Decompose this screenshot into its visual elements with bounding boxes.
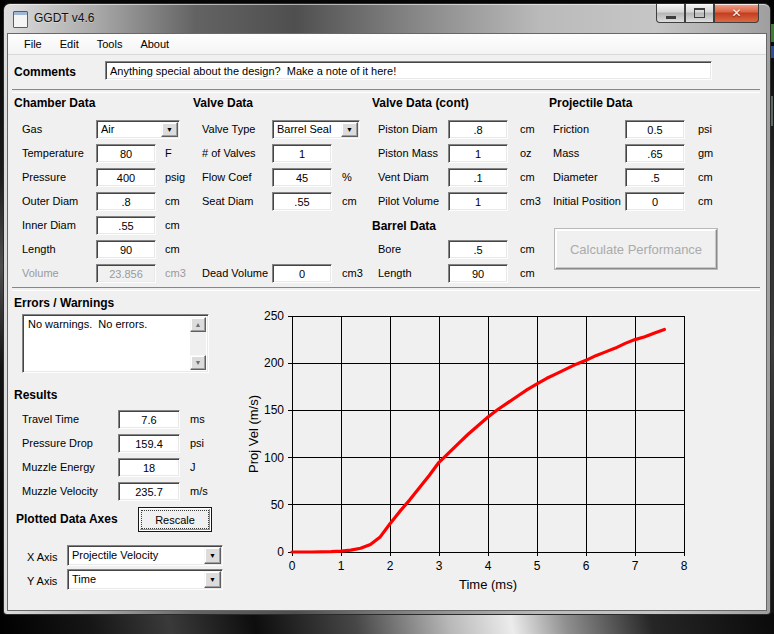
x-axis-select[interactable]: Projectile Velocity ▼ <box>67 545 223 566</box>
menu-item-file[interactable]: File <box>15 36 51 52</box>
proj-mass-input[interactable] <box>625 144 685 163</box>
pressure-drop-unit: psi <box>190 437 204 449</box>
outer-diam-input[interactable] <box>96 192 156 211</box>
seat-diam-unit: cm <box>342 195 357 207</box>
errors-warnings-title: Errors / Warnings <box>14 296 114 310</box>
num-valves-input[interactable] <box>272 144 332 163</box>
travel-time-label: Travel Time <box>22 413 79 425</box>
num-valves-label: # of Valves <box>202 147 256 159</box>
svg-text:0: 0 <box>277 545 284 559</box>
svg-text:Proj Vel (m/s): Proj Vel (m/s) <box>246 395 261 473</box>
pilot-volume-input[interactable] <box>448 192 508 211</box>
close-button[interactable]: ✕ <box>714 4 759 23</box>
menu-item-edit[interactable]: Edit <box>51 36 88 52</box>
volume-input <box>96 264 156 283</box>
volume-unit: cm3 <box>165 267 186 279</box>
flow-coef-label: Flow Coef <box>202 171 252 183</box>
initial-position-label: Initial Position <box>553 195 621 207</box>
comments-input[interactable] <box>105 61 712 80</box>
proj-diameter-unit: cm <box>698 171 713 183</box>
calculate-performance-button[interactable]: Calculate Performance <box>555 229 717 269</box>
menu-item-about[interactable]: About <box>131 36 178 52</box>
proj-mass-unit: gm <box>698 147 713 159</box>
svg-text:1: 1 <box>338 559 345 573</box>
travel-time-unit: ms <box>190 413 205 425</box>
svg-text:Time (ms): Time (ms) <box>459 577 517 592</box>
inner-diam-unit: cm <box>165 219 180 231</box>
svg-text:250: 250 <box>264 309 284 323</box>
chamber-length-unit: cm <box>165 243 180 255</box>
scroll-down-icon[interactable]: ▼ <box>190 355 206 370</box>
proj-diameter-input[interactable] <box>625 168 685 187</box>
bore-label: Bore <box>378 243 401 255</box>
bore-input[interactable] <box>448 240 508 259</box>
seat-diam-input[interactable] <box>272 192 332 211</box>
initial-position-input[interactable] <box>625 192 685 211</box>
separator <box>12 287 760 291</box>
temperature-input[interactable] <box>96 144 156 163</box>
chevron-down-icon[interactable]: ▼ <box>204 571 221 588</box>
plotted-data-axes-title: Plotted Data Axes <box>16 512 118 526</box>
maximize-button[interactable] <box>685 4 714 23</box>
inner-diam-input[interactable] <box>96 216 156 235</box>
app-window: GGDT v4.6 ✕ File Edit Tools About Commen… <box>4 4 770 614</box>
chamber-data-title: Chamber Data <box>14 96 95 110</box>
svg-text:7: 7 <box>632 559 639 573</box>
titlebar[interactable]: GGDT v4.6 ✕ <box>4 4 770 33</box>
scroll-up-icon[interactable]: ▲ <box>190 317 206 332</box>
seat-diam-label: Seat Diam <box>202 195 253 207</box>
dead-volume-label: Dead Volume <box>202 267 268 279</box>
results-title: Results <box>14 388 57 402</box>
maximize-icon <box>694 8 705 18</box>
friction-input[interactable] <box>625 120 685 139</box>
initial-position-unit: cm <box>698 195 713 207</box>
chevron-down-icon[interactable]: ▼ <box>204 547 221 564</box>
barrel-length-input[interactable] <box>448 264 508 283</box>
flow-coef-input[interactable] <box>272 168 332 187</box>
chamber-length-input[interactable] <box>96 240 156 259</box>
dead-volume-input[interactable] <box>272 264 332 283</box>
errors-warnings-textarea[interactable]: No warnings. No errors. ▲ ▼ <box>22 314 209 373</box>
inner-diam-label: Inner Diam <box>22 219 76 231</box>
valve-type-label: Valve Type <box>202 123 255 135</box>
muzzle-energy-label: Muzzle Energy <box>22 461 95 473</box>
svg-text:0: 0 <box>289 559 296 573</box>
flow-coef-unit: % <box>342 171 352 183</box>
svg-text:6: 6 <box>583 559 590 573</box>
piston-diam-label: Piston Diam <box>378 123 437 135</box>
piston-diam-input[interactable] <box>448 120 508 139</box>
chevron-down-icon[interactable]: ▼ <box>161 122 178 137</box>
volume-label: Volume <box>22 267 59 279</box>
muzzle-velocity-label: Muzzle Velocity <box>22 485 98 497</box>
vent-diam-input[interactable] <box>448 168 508 187</box>
y-axis-select[interactable]: Time ▼ <box>67 569 223 590</box>
minimize-button[interactable] <box>656 4 685 23</box>
close-icon: ✕ <box>731 6 741 20</box>
x-axis-label: X Axis <box>27 551 58 563</box>
piston-diam-unit: cm <box>520 123 535 135</box>
chevron-down-icon[interactable]: ▼ <box>341 122 358 137</box>
outer-diam-unit: cm <box>165 195 180 207</box>
muzzle-energy-unit: J <box>190 461 196 473</box>
svg-text:8: 8 <box>681 559 688 573</box>
friction-unit: psi <box>698 123 712 135</box>
y-axis-label: Y Axis <box>27 575 57 587</box>
valve-type-combobox[interactable]: Barrel Seal ▼ <box>272 120 360 139</box>
scrollbar[interactable]: ▲ ▼ <box>190 317 206 370</box>
chamber-length-label: Length <box>22 243 56 255</box>
gas-combobox[interactable]: Air ▼ <box>96 120 180 139</box>
piston-mass-input[interactable] <box>448 144 508 163</box>
bore-unit: cm <box>520 243 535 255</box>
client-area: Comments Chamber Data Valve Data Valve D… <box>8 55 766 610</box>
muzzle-velocity-output <box>118 482 180 501</box>
rescale-button[interactable]: Rescale <box>138 507 212 532</box>
piston-mass-label: Piston Mass <box>378 147 438 159</box>
pilot-volume-unit: cm3 <box>520 195 541 207</box>
menu-item-tools[interactable]: Tools <box>88 36 132 52</box>
temperature-label: Temperature <box>22 147 84 159</box>
pressure-input[interactable] <box>96 168 156 187</box>
svg-text:4: 4 <box>485 559 492 573</box>
muzzle-velocity-unit: m/s <box>190 485 208 497</box>
svg-text:3: 3 <box>436 559 443 573</box>
pilot-volume-label: Pilot Volume <box>378 195 439 207</box>
